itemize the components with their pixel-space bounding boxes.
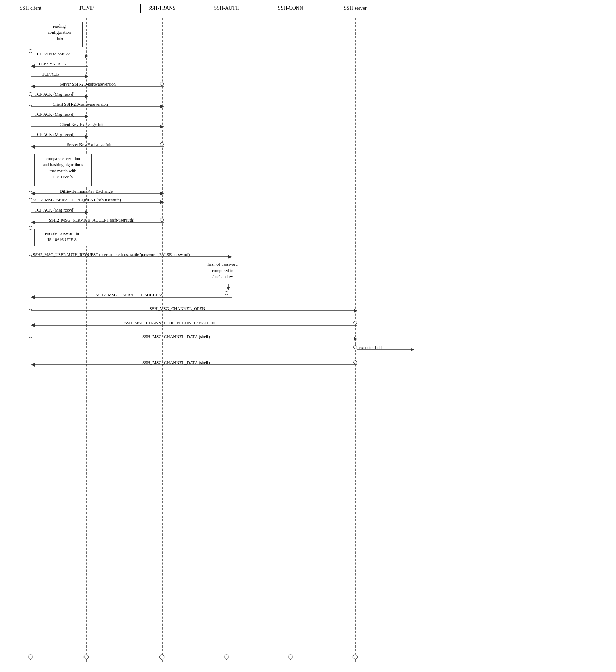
circle-7 [29, 150, 32, 153]
arrow-tcp-ack1: TCP ACK [31, 73, 88, 79]
svg-text:Server SSH-2.0-softwareversion: Server SSH-2.0-softwareversion [60, 82, 116, 87]
diamond-ssh-client [28, 654, 34, 660]
svg-text:Client Key Exchange Init: Client Key Exchange Init [60, 122, 104, 127]
svg-marker-35 [160, 200, 164, 204]
arrow-userauth-request: SSH2_MSG_USERAUTH_REQUEST (username,ssh-… [31, 254, 232, 260]
svg-marker-47 [227, 287, 230, 290]
note-encode-password: encode password inIS-10646 UTF-8 [34, 229, 90, 246]
diamond-ssh-server [352, 654, 359, 660]
diamond-ssh-trans [159, 654, 165, 660]
svg-text:TCP SYN to port 22: TCP SYN to port 22 [35, 51, 70, 56]
svg-marker-49 [31, 295, 35, 299]
arrow-service-accept: SSH2_MSG_SERVICE_ACCEPT (ssh-userauth) [31, 219, 164, 225]
arrow-tcp-syn-ack: TCP SYN, ACK [31, 63, 88, 69]
arrow-tcp-ack3: TCP ACK (Msg recvd) [31, 114, 88, 119]
lifeline-ssh-auth: SSH-AUTH [205, 4, 248, 13]
svg-text:execute shell: execute shell [359, 345, 382, 350]
arrow-tcp-ack4: TCP ACK (Msg recvd) [31, 134, 88, 140]
note-hash-password: hash of passwordcompared in/etc/shadow [196, 260, 249, 284]
svg-marker-55 [31, 323, 35, 327]
svg-text:SSH_MSG_CHANNEL_DATA (shell): SSH_MSG_CHANNEL_DATA (shell) [142, 360, 210, 365]
sequence-diagram: SSH client TCP/IP SSH-TRANS SSH-AUTH SSH… [0, 0, 616, 672]
svg-marker-32 [31, 192, 35, 195]
svg-text:TCP ACK (Msg recvd): TCP ACK (Msg recvd) [35, 112, 74, 117]
lifeline-tcp-ip: TCP/IP [67, 4, 106, 13]
arrow-userauth-success: SSH2_MSG_USERAUTH_SUCCESS [31, 294, 232, 300]
svg-marker-19 [85, 115, 88, 118]
svg-marker-25 [85, 135, 88, 139]
arrow-execute-shell: execute shell [357, 347, 415, 353]
svg-text:Diffie-Hellman Key Exchange: Diffie-Hellman Key Exchange [60, 189, 113, 194]
svg-text:TCP ACK (Msg recvd): TCP ACK (Msg recvd) [35, 92, 74, 97]
arrow-client-ssh-version: Client SSH-2.0-softwareversion [31, 104, 164, 109]
svg-text:TCP ACK (Msg recvd): TCP ACK (Msg recvd) [35, 132, 74, 137]
svg-marker-13 [85, 95, 88, 98]
circle-17 [353, 345, 357, 349]
svg-text:Server Key Exchange Init: Server Key Exchange Init [67, 142, 112, 147]
svg-marker-7 [85, 74, 88, 78]
lifeline-ssh-conn: SSH-CONN [269, 4, 312, 13]
svg-text:SSH2_MSG_USERAUTH_REQUEST (use: SSH2_MSG_USERAUTH_REQUEST (username,ssh-… [33, 253, 190, 257]
arrow-diffie-hellman: Diffie-Hellman Key Exchange [31, 190, 164, 197]
arrow-channel-open: SSH_MSG_CHANNEL_OPEN [31, 308, 358, 314]
svg-marker-22 [160, 125, 164, 128]
arrow-hash-to-auth [225, 284, 232, 290]
arrow-tcp-ack2: TCP ACK (Msg recvd) [31, 94, 88, 99]
svg-text:TCP ACK (Msg recvd): TCP ACK (Msg recvd) [35, 208, 74, 213]
svg-marker-64 [31, 363, 35, 367]
note-reading-config: readingconfigurationdata [36, 22, 83, 47]
svg-marker-10 [31, 85, 35, 88]
svg-marker-31 [160, 192, 164, 195]
arrow-channel-data2: SSH_MSG_CHANNEL_DATA (shell) [31, 362, 358, 368]
svg-text:Client SSH-2.0-softwareversion: Client SSH-2.0-softwareversion [53, 102, 108, 107]
arrow-service-request: SSH2_MSG_SERVICE_REQUEST (ssh-userauth) [31, 199, 164, 205]
lifeline-ssh-client: SSH client [11, 4, 50, 13]
lifeline-ssh-trans: SSH-TRANS [140, 4, 183, 13]
svg-text:TCP ACK: TCP ACK [42, 72, 60, 77]
svg-text:SSH2_MSG_USERAUTH_SUCCESS: SSH2_MSG_USERAUTH_SUCCESS [96, 292, 163, 298]
circle-1 [29, 49, 32, 53]
svg-marker-38 [85, 210, 88, 214]
svg-marker-58 [354, 337, 357, 341]
diamond-ssh-conn [288, 654, 294, 660]
svg-text:SSH_MSG_CHANNEL_OPEN: SSH_MSG_CHANNEL_OPEN [150, 306, 205, 311]
note-compare-algo: compare encryptionand hashing algorithms… [34, 154, 92, 186]
arrow-channel-data1: SSH_MSG_CHANNEL_DATA (shell) [31, 336, 358, 342]
arrow-channel-open-confirm: SSH_MSG_CHANNEL_OPEN_CONFIRMATION [31, 322, 358, 328]
arrow-tcp-ack5: TCP ACK (Msg recvd) [31, 209, 88, 215]
svg-marker-44 [228, 255, 232, 259]
svg-marker-4 [31, 64, 35, 68]
svg-marker-16 [160, 105, 164, 108]
arrow-tcp-syn: TCP SYN to port 22 [31, 53, 88, 59]
svg-text:SSH_MSG_CHANNEL_OPEN_CONFIRMAT: SSH_MSG_CHANNEL_OPEN_CONFIRMATION [124, 321, 215, 326]
diamond-tcp-ip [83, 654, 90, 660]
svg-text:TCP SYN, ACK: TCP SYN, ACK [38, 62, 67, 67]
svg-text:SSH2_MSG_SERVICE_ACCEPT (ssh-u: SSH2_MSG_SERVICE_ACCEPT (ssh-userauth) [49, 218, 134, 223]
svg-marker-41 [31, 221, 35, 224]
arrow-server-key-exchange-init: Server Key Exchange Init [31, 144, 164, 150]
svg-text:SSH2_MSG_SERVICE_REQUEST (ssh-: SSH2_MSG_SERVICE_REQUEST (ssh-userauth) [33, 197, 121, 203]
svg-marker-52 [354, 309, 357, 313]
svg-marker-1 [85, 54, 88, 58]
svg-text:SSH_MSG_CHANNEL_DATA (shell): SSH_MSG_CHANNEL_DATA (shell) [142, 334, 210, 339]
circle-11 [29, 226, 32, 230]
arrow-client-key-exchange-init: Client Key Exchange Init [31, 124, 164, 130]
arrow-server-ssh-version: Server SSH-2.0-softwareversion [31, 83, 164, 89]
diamond-ssh-auth [224, 654, 230, 660]
lifeline-ssh-server: SSH server [334, 4, 377, 13]
svg-marker-61 [411, 348, 414, 351]
svg-marker-28 [31, 145, 35, 149]
